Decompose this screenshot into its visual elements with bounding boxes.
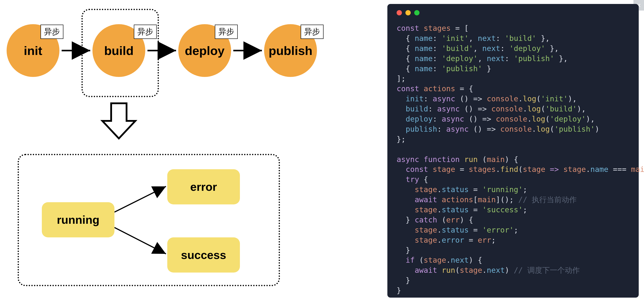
window-controls (396, 10, 632, 15)
async-tag: 异步 (40, 25, 64, 39)
stage-label: init (24, 43, 42, 58)
state-running: running (42, 202, 114, 237)
selected-stage-outline (82, 9, 159, 97)
pipeline-diagram: init build deploy publish 异步 异步 异步 异步 (0, 0, 343, 302)
state-success: success (167, 237, 240, 273)
state-label: success (181, 248, 226, 262)
zoom-dot-icon[interactable] (414, 10, 420, 15)
async-tag: 异步 (215, 25, 238, 39)
figure-root: × init build deploy publish 异步 异步 异步 异步 (0, 0, 644, 302)
code-block: const stages = [ { name: 'init', next: '… (396, 23, 632, 296)
state-label: error (190, 180, 217, 193)
close-dot-icon[interactable] (396, 10, 402, 15)
async-tag: 异步 (301, 25, 324, 39)
state-label: running (57, 213, 100, 226)
state-error: error (167, 169, 240, 204)
stage-label: publish (268, 43, 312, 58)
code-panel: const stages = [ { name: 'init', next: '… (387, 4, 639, 298)
stage-label: deploy (185, 43, 224, 58)
minimize-dot-icon[interactable] (406, 10, 411, 15)
